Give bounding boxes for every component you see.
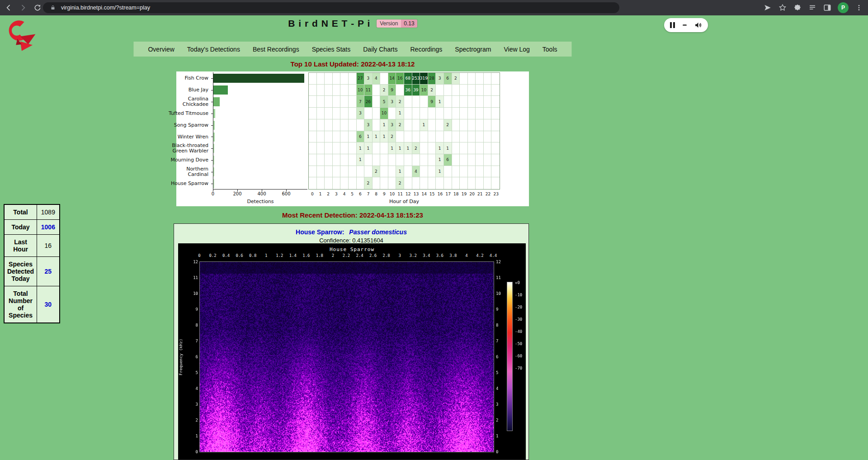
extensions-puzzle-icon[interactable] [793,3,802,12]
heatmap-cell: 26 [364,96,373,108]
heatmap-cell [420,96,428,108]
profile-avatar[interactable]: P [838,2,849,13]
time-tick-4: 0.8 [249,253,256,258]
hour-label-15: 15 [428,192,436,196]
heatmap-cell: 1 [404,142,412,154]
heatmap-cell [428,154,436,166]
heatmap-cell [349,119,357,131]
heatmap-cell: 9 [388,85,396,96]
freq-tick-left-11: 11 [186,275,198,280]
heatmap-cell [420,108,428,119]
stat-label-last-hour: Last Hour [4,235,37,257]
hour-label-18: 18 [452,192,460,196]
nav-item-daily-charts[interactable]: Daily Charts [357,46,404,53]
hour-label-19: 19 [460,192,468,196]
site-title: B i r d N E T - P i [288,18,370,29]
heatmap-cell: 5 [380,96,388,108]
heatmap-cell [325,108,333,119]
heatmap-cell [364,154,373,166]
detections-bar-house-sparrow [213,179,214,188]
address-bar[interactable]: virginia.birdnetpi.com/?stream=play [43,2,619,13]
stat-value-total-number-of-species[interactable]: 30 [37,286,60,323]
heatmap-cell [309,96,317,108]
bookmark-star-icon[interactable] [778,3,787,12]
heatmap-cell [309,177,317,189]
heatmap-cell [436,85,444,96]
heatmap-cell [317,73,325,85]
hour-label-20: 20 [468,192,476,196]
heatmap-cell [340,131,349,143]
top10-heading: Top 10 Last Updated: 2022-04-13 18:12 [0,60,705,68]
heatmap-cell [333,85,341,96]
nav-item-species-stats[interactable]: Species Stats [306,46,357,53]
nav-item-view-log[interactable]: View Log [497,46,536,53]
top10-time: 2022-04-13 18:12 [361,60,415,68]
top10-chart: Fish CrowBlue JayCarolina ChickadeeTufte… [176,71,529,206]
heatmap-cell [491,154,500,166]
back-button[interactable] [3,2,14,14]
detections-bar-northern-cardinal [213,167,214,176]
detection-species-link[interactable]: House Sparrow: Passer domesticus [296,228,407,236]
spectrogram-ylabel: Frequency (kHz) [177,261,184,452]
stat-value-species-detected-today[interactable]: 25 [37,257,60,286]
time-tick-16: 3.2 [410,253,417,258]
species-label-house-sparrow: House Sparrow [169,178,211,190]
heatmap-cell [460,73,468,85]
nav-item-overview[interactable]: Overview [142,46,180,53]
nav-item-today-s-detections[interactable]: Today's Detections [181,46,246,53]
heatmap-cell: 3 [357,108,365,119]
time-tick-17: 3.4 [423,253,430,258]
heatmap-cell [476,108,484,119]
reload-button[interactable] [32,2,43,14]
heatmap-cell [452,166,460,178]
heatmap-cell: 11 [364,85,373,96]
time-tick-12: 2.4 [356,253,363,258]
heatmap-cell: 36 [404,85,412,96]
freq-tick-left-4: 4 [186,386,198,391]
hour-label-1: 1 [316,192,325,196]
nav-item-recordings[interactable]: Recordings [404,46,449,53]
colorbar-tick-0: +0 [515,280,520,285]
heatmap-cell [484,142,492,154]
time-tick-3: 0.6 [236,253,243,258]
hour-label-17: 17 [444,192,452,196]
nav-item-tools[interactable]: Tools [536,46,564,53]
heatmap-cell [476,119,484,131]
heatmap-cell [317,108,325,119]
forward-button[interactable] [17,2,29,14]
nav-item-best-recordings[interactable]: Best Recordings [246,46,306,53]
stat-label-species-detected-today: Species Detected Today [4,257,37,286]
heatmap-cell [484,96,492,108]
heatmap-cell: 2 [396,177,404,189]
nav-item-spectrogram[interactable]: Spectrogram [448,46,497,53]
send-icon[interactable] [763,3,772,12]
heatmap-cell: 2 [388,131,396,143]
reading-list-icon[interactable] [808,3,817,12]
heatmap-cell [412,119,420,131]
browser-menu-icon[interactable] [854,3,863,12]
freq-tick-right-2: 2 [496,418,498,422]
side-panel-icon[interactable] [823,3,832,12]
heatmap-cell: 1 [436,166,444,178]
heatmap-cell: 1 [373,131,381,143]
stat-label-total-number-of-species: Total Number of Species [4,286,37,323]
freq-tick-left-2: 2 [186,418,198,422]
detections-bar-mourning-dove [213,156,214,165]
heatmap-cell [309,119,317,131]
heatmap-cell: 28 [428,73,436,85]
heatmap-cell [476,166,484,178]
hour-label-16: 16 [436,192,444,196]
heatmap-cell [491,131,500,143]
heatmap-cell [452,85,460,96]
heatmap-cell [452,96,460,108]
detections-bar-winter-wren [213,133,215,142]
heatmap-cell [491,108,500,119]
heatmap-cell [340,73,349,85]
heatmap-cell: 1 [357,142,365,154]
stat-value-today[interactable]: 1006 [37,220,60,235]
heatmap-cell [373,177,381,189]
spectrogram-image: House Sparrow 00.20.40.60.811.21.41.61.8… [178,243,526,460]
browser-toolbar: virginia.birdnetpi.com/?stream=play P [0,0,868,15]
stat-label-today: Today [4,220,37,235]
heatmap-cell: 1 [436,96,444,108]
